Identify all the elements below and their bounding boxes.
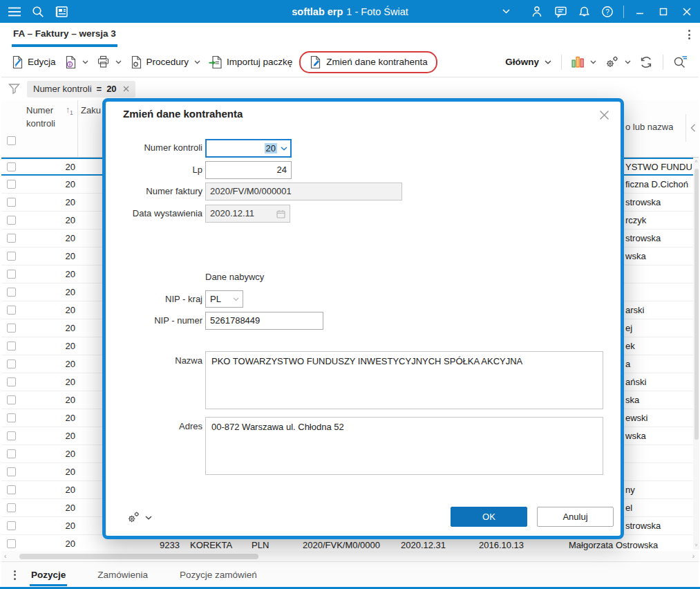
row-checkbox[interactable]: [7, 485, 16, 494]
table-row[interactable]: 20: [1, 499, 102, 517]
table-row-right[interactable]: el: [624, 499, 693, 517]
row-checkbox[interactable]: [7, 431, 16, 440]
doc-info-button[interactable]: [60, 52, 93, 73]
help-icon[interactable]: ?: [596, 0, 619, 23]
table-row-right[interactable]: ej: [624, 319, 693, 337]
bottom-tab-pozycje-zamówień[interactable]: Pozycje zamówień: [178, 564, 258, 586]
tab-overflow-icon[interactable]: [688, 30, 690, 39]
advanced-search-button[interactable]: [669, 52, 692, 72]
ok-button[interactable]: OK: [451, 507, 527, 527]
row-checkbox[interactable]: [7, 377, 16, 386]
settings-chevron-icon[interactable]: [625, 60, 631, 64]
horizontal-scrollbar[interactable]: ‹ ›: [1, 551, 699, 561]
dialog-settings-chevron-icon[interactable]: [145, 516, 152, 520]
minimize-icon[interactable]: [628, 0, 652, 23]
nip-kraj-select[interactable]: PL: [205, 290, 243, 308]
edit-button[interactable]: Edycja: [7, 52, 60, 73]
close-icon[interactable]: [675, 0, 699, 23]
row-checkbox[interactable]: [7, 359, 16, 368]
table-row[interactable]: 20: [1, 445, 102, 463]
table-row-right[interactable]: rczyk: [624, 212, 693, 230]
row-checkbox[interactable]: [7, 234, 16, 243]
table-header-right[interactable]: o lub nazwa: [624, 100, 699, 158]
procedures-chevron-icon[interactable]: [194, 60, 200, 64]
menu-icon[interactable]: [3, 0, 26, 23]
title-chevron-icon[interactable]: [502, 0, 510, 23]
row-checkbox[interactable]: [7, 216, 16, 225]
row-checkbox[interactable]: [7, 521, 16, 530]
table-row[interactable]: 20: [1, 230, 102, 247]
horizontal-scrollbar-thumb[interactable]: [19, 554, 258, 559]
print-button[interactable]: [93, 52, 126, 72]
vertical-scrollbar[interactable]: ˄ ˅: [693, 158, 699, 550]
table-row[interactable]: 20: [1, 409, 102, 427]
bell-icon[interactable]: [572, 0, 596, 23]
table-row-right[interactable]: ficzna D.Cichoń: [624, 176, 693, 194]
numer-kontroli-combobox[interactable]: 20: [205, 139, 292, 158]
table-row[interactable]: 20: [1, 373, 102, 391]
table-row-right[interactable]: YSTWO FUNDU: [624, 158, 693, 176]
row-checkbox[interactable]: [7, 539, 16, 548]
cancel-button[interactable]: Anuluj: [537, 507, 614, 527]
print-chevron-icon[interactable]: [115, 60, 122, 64]
table-row-right[interactable]: ewski: [624, 409, 693, 427]
sort-asc-icon[interactable]: ↑1: [66, 105, 73, 116]
table-row[interactable]: 20: [1, 283, 102, 301]
chat-icon[interactable]: [549, 0, 572, 23]
table-row[interactable]: 20: [1, 391, 102, 409]
tab-fa-faktury[interactable]: FA – Faktury – wersja 3: [12, 27, 117, 47]
table-row[interactable]: 20: [1, 535, 102, 551]
row-checkbox[interactable]: [7, 413, 16, 422]
table-row[interactable]: 20: [1, 212, 102, 230]
change-contractor-button[interactable]: Zmień dane kontrahenta: [299, 51, 437, 73]
numer-kontroli-chevron-icon[interactable]: [281, 147, 287, 151]
filter-chip-remove-icon[interactable]: [123, 86, 129, 92]
table-row[interactable]: 20: [1, 463, 102, 481]
table-row-right[interactable]: ański: [624, 373, 693, 391]
row-checkbox[interactable]: [7, 306, 16, 315]
scroll-left-icon[interactable]: ‹: [4, 552, 6, 561]
table-row[interactable]: 20: [1, 265, 102, 283]
table-header-left[interactable]: Numer kontroli ↑1 Zaku: [1, 100, 102, 158]
table-row-right[interactable]: wska: [624, 247, 693, 265]
table-row[interactable]: 20: [1, 158, 102, 176]
row-checkbox[interactable]: [7, 288, 16, 297]
nip-numer-input[interactable]: 5261788449: [205, 312, 323, 330]
column-divider[interactable]: [77, 100, 78, 157]
nazwa-textarea[interactable]: PKO TOWARZYSTWO FUNDUSZY INWESTYCYJNYCH …: [205, 351, 603, 409]
row-checkbox[interactable]: [7, 270, 16, 279]
filter-funnel-icon[interactable]: [8, 83, 20, 95]
user-icon[interactable]: [525, 0, 549, 23]
dialog-settings-button[interactable]: [126, 511, 152, 524]
select-all-checkbox[interactable]: [7, 136, 16, 145]
scroll-down-icon[interactable]: ˅: [693, 541, 699, 550]
table-row[interactable]: 20: [1, 517, 102, 535]
table-row[interactable]: 20: [1, 355, 102, 373]
table-row[interactable]: 20: [1, 301, 102, 319]
table-bottom-row[interactable]: 9233KOREKTAPLN2020/FVK/M0/00002020.12.31…: [102, 539, 693, 551]
table-row-right[interactable]: ska: [624, 391, 693, 409]
vertical-scrollbar-thumb[interactable]: [694, 169, 699, 440]
import-package-button[interactable]: Importuj paczkę: [205, 52, 296, 73]
view-selector[interactable]: Główny: [501, 53, 556, 71]
search-icon[interactable]: [26, 0, 50, 23]
row-checkbox[interactable]: [7, 180, 16, 189]
table-row-right[interactable]: [624, 283, 693, 301]
collapse-panel-icon[interactable]: [690, 124, 696, 132]
table-row[interactable]: 20: [1, 247, 102, 265]
filter-chip[interactable]: Numer kontroli = 20: [27, 81, 135, 97]
table-row-right[interactable]: [624, 265, 693, 283]
row-checkbox[interactable]: [7, 324, 16, 333]
dialog-close-icon[interactable]: [598, 109, 611, 122]
table-row-right[interactable]: wska: [624, 427, 693, 445]
table-row-right[interactable]: a: [624, 355, 693, 373]
scroll-up-icon[interactable]: ˄: [693, 158, 699, 166]
table-row-right[interactable]: strowska: [624, 230, 693, 247]
table-row-right[interactable]: [624, 463, 693, 481]
scroll-right-icon[interactable]: ›: [692, 552, 694, 561]
procedures-button[interactable]: Procedury: [126, 52, 205, 73]
table-row-right[interactable]: arski: [624, 301, 693, 319]
lp-input[interactable]: 24: [205, 161, 292, 179]
numer-faktury-input[interactable]: 2020/FV/M0/000001: [205, 183, 402, 200]
row-checkbox[interactable]: [7, 162, 16, 171]
